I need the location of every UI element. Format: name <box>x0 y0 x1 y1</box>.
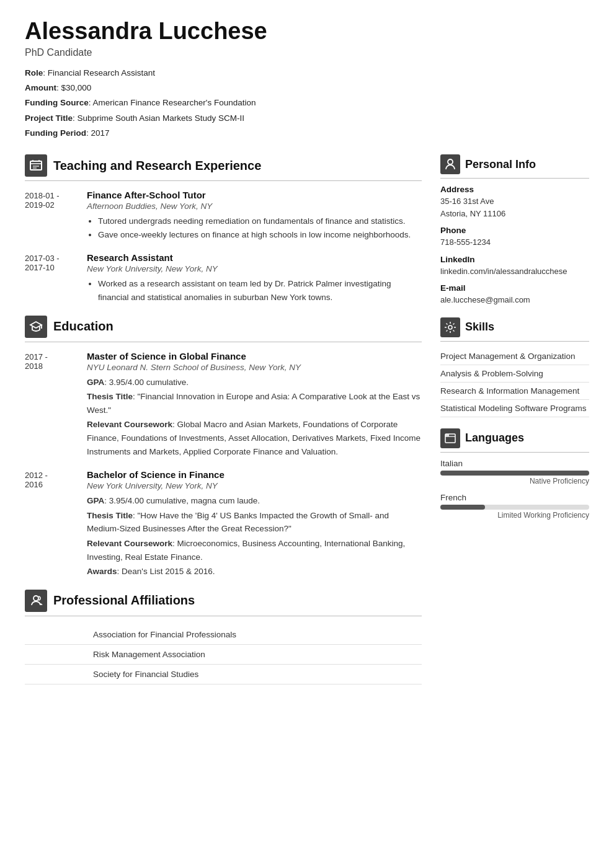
left-column: Teaching and Research Experience 2018-01… <box>25 154 422 684</box>
funding-period-label: Funding Period <box>25 128 86 138</box>
project-title-label: Project Title <box>25 113 73 123</box>
languages-divider <box>440 452 589 453</box>
phone-block: Phone 718-555-1234 <box>440 226 589 249</box>
svg-point-9 <box>448 326 452 329</box>
project-title-line: Project Title: Subprime South Asian Mark… <box>25 111 589 126</box>
candidate-name: Alessandra Lucchese <box>25 19 589 45</box>
edu-coursework-2: Relevant Coursework: Microeconomics, Bus… <box>87 537 422 564</box>
entry-org-2: New York University, New York, NY <box>87 264 422 273</box>
affiliation-1: Association for Financial Professionals <box>25 625 422 645</box>
affiliation-2: Risk Management Association <box>25 645 422 665</box>
edu-entry-1: 2017 -2018 Master of Science in Global F… <box>25 351 422 459</box>
resume-page: Alessandra Lucchese PhD Candidate Role: … <box>0 0 614 709</box>
address-label: Address <box>440 185 589 194</box>
teaching-entry-2: 2017-03 -2017-10 Research Assistant New … <box>25 252 422 304</box>
french-bar-fill <box>440 505 485 510</box>
entry-date-1: 2018-01 -2019-02 <box>25 190 74 241</box>
svg-point-7 <box>33 596 38 601</box>
address-block: Address 35-16 31st AveAstoria, NY 11106 <box>440 185 589 219</box>
svg-rect-0 <box>30 161 42 170</box>
teaching-section-header: Teaching and Research Experience <box>25 154 422 177</box>
linkedin-block: LinkedIn linkedin.com/in/alessandralucch… <box>440 255 589 278</box>
phone-value: 718-555-1234 <box>440 236 589 249</box>
amount-line: Amount: $30,000 <box>25 81 589 95</box>
bullet-1-1: Tutored undergrads needing remediation o… <box>98 215 422 228</box>
funding-source-line: Funding Source: American Finance Researc… <box>25 95 589 110</box>
address-value: 35-16 31st AveAstoria, NY 11106 <box>440 195 589 219</box>
entry-title-1: Finance After-School Tutor <box>87 190 422 200</box>
edu-date-2: 2012 -2016 <box>25 469 74 578</box>
language-italian: Italian Native Proficiency <box>440 459 589 485</box>
role-value: Financial Research Assistant <box>48 68 155 78</box>
languages-section-header: Languages <box>440 428 589 448</box>
edu-date-1: 2017 -2018 <box>25 351 74 459</box>
entry-content-1: Finance After-School Tutor Afternoon Bud… <box>87 190 422 241</box>
affiliations-section-title: Professional Affiliations <box>53 593 195 608</box>
personal-info-title: Personal Info <box>465 158 536 171</box>
skill-4: Statistical Modeling Software Programs <box>440 400 589 417</box>
affiliation-3: Society for Financial Studies <box>25 665 422 684</box>
languages-title: Languages <box>465 432 524 445</box>
edu-coursework-1: Relevant Coursework: Global Macro and As… <box>87 418 422 458</box>
edu-entry-2: 2012 -2016 Bachelor of Science in Financ… <box>25 469 422 578</box>
skills-icon <box>440 317 460 337</box>
funding-source-value: American Finance Researcher's Foundation <box>93 98 256 107</box>
bullet-1-2: Gave once-weekly lectures on finance at … <box>98 228 422 242</box>
edu-thesis-2: Thesis Title: "How Have the 'Big 4' US B… <box>87 509 422 536</box>
entry-org-1: Afternoon Buddies, New York, NY <box>87 202 422 211</box>
entry-title-2: Research Assistant <box>87 252 422 263</box>
italian-bar-fill <box>440 471 589 476</box>
education-icon <box>25 316 47 338</box>
italian-bar-bg <box>440 471 589 476</box>
email-block: E-mail ale.lucchese@gmail.com <box>440 283 589 306</box>
edu-title-2: Bachelor of Science in Finance <box>87 469 422 480</box>
bullet-2-1: Worked as a research assistant on team l… <box>98 277 422 304</box>
skills-divider <box>440 341 589 342</box>
entry-bullets-1: Tutored undergrads needing remediation o… <box>87 215 422 241</box>
entry-content-2: Research Assistant New York University, … <box>87 252 422 304</box>
svg-rect-12 <box>445 434 449 436</box>
language-french: French Limited Working Proficiency <box>440 493 589 520</box>
affiliations-list: Association for Financial Professionals … <box>25 625 422 684</box>
teaching-section-title: Teaching and Research Experience <box>53 159 261 173</box>
phone-label: Phone <box>440 226 589 235</box>
header-meta: Role: Financial Research Assistant Amoun… <box>25 66 589 141</box>
education-section-header: Education <box>25 316 422 338</box>
teaching-entry-1: 2018-01 -2019-02 Finance After-School Tu… <box>25 190 422 241</box>
main-layout: Teaching and Research Experience 2018-01… <box>25 154 589 684</box>
personal-info-icon <box>440 154 460 174</box>
role-label: Role <box>25 68 43 78</box>
italian-proficiency: Native Proficiency <box>440 477 589 485</box>
edu-awards-2: Awards: Dean's List 2015 & 2016. <box>87 565 422 578</box>
italian-name: Italian <box>440 459 589 468</box>
affiliations-section-header: Professional Affiliations <box>25 590 422 612</box>
role-line: Role: Financial Research Assistant <box>25 66 589 81</box>
edu-org-2: New York University, New York, NY <box>87 481 422 490</box>
funding-source-label: Funding Source <box>25 98 89 107</box>
personal-info-header: Personal Info <box>440 154 589 174</box>
amount-value: $30,000 <box>61 83 92 92</box>
entry-date-2: 2017-03 -2017-10 <box>25 252 74 304</box>
right-column: Personal Info Address 35-16 31st AveAsto… <box>440 154 589 684</box>
project-title-value: Subprime South Asian Markets Study SCM-I… <box>78 113 244 123</box>
education-divider <box>25 342 422 342</box>
skill-2: Analysis & Problem-Solving <box>440 365 589 383</box>
skills-section-header: Skills <box>440 317 589 337</box>
edu-gpa-2: GPA: 3.95/4.00 cumulative, magna cum lau… <box>87 494 422 508</box>
edu-org-1: NYU Leonard N. Stern School of Business,… <box>87 363 422 372</box>
email-label: E-mail <box>440 283 589 293</box>
skill-3: Research & Information Management <box>440 383 589 400</box>
teaching-icon <box>25 154 47 177</box>
candidate-title: PhD Candidate <box>25 47 589 58</box>
svg-point-8 <box>448 159 453 164</box>
funding-period-value: 2017 <box>91 128 110 138</box>
teaching-divider <box>25 180 422 181</box>
languages-icon <box>440 428 460 448</box>
linkedin-value: linkedin.com/in/alessandralucchese <box>440 265 589 278</box>
skills-title: Skills <box>465 321 494 334</box>
edu-content-1: Master of Science in Global Finance NYU … <box>87 351 422 459</box>
entry-bullets-2: Worked as a research assistant on team l… <box>87 277 422 304</box>
edu-gpa-1: GPA: 3.95/4.00 cumulative. <box>87 376 422 389</box>
funding-period-line: Funding Period: 2017 <box>25 126 589 141</box>
personal-info-divider <box>440 178 589 179</box>
